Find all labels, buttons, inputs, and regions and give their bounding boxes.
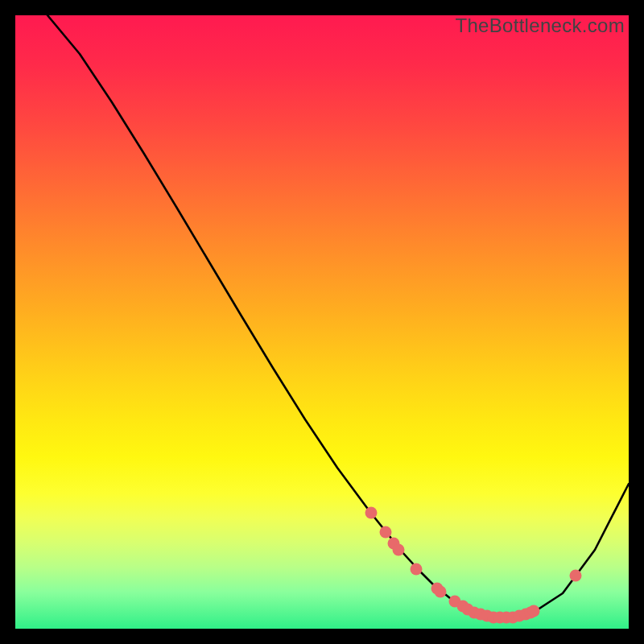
data-dot [570,570,582,582]
chart-frame: TheBottleneck.com [0,0,644,644]
chart-svg [15,15,629,629]
data-dot [411,564,423,576]
data-dot [380,526,392,539]
data-dot [393,544,405,556]
data-dot [435,586,447,598]
bottleneck-curve [47,15,629,617]
watermark-text: TheBottleneck.com [455,14,625,37]
data-dot [528,605,540,617]
plot-area [15,15,629,629]
data-dot [365,507,378,519]
